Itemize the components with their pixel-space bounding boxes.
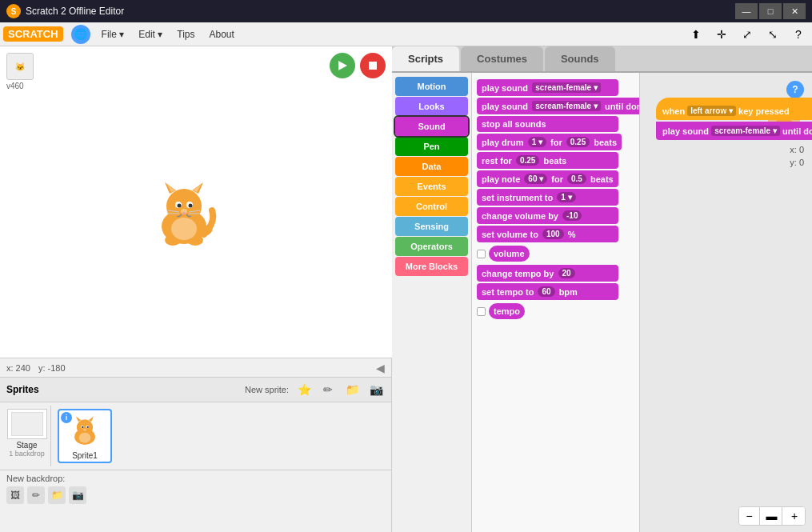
categories-panel: Motion Looks Sound Pen Data Events Contr…: [392, 73, 472, 532]
block-change-volume[interactable]: change volume by -10: [477, 207, 618, 224]
y-value: -180: [47, 363, 65, 373]
ws-block-when-key[interactable]: when left arrow ▾ key pressed: [656, 98, 812, 120]
blocks-palette: play sound scream-female ▾ play sound sc…: [472, 73, 640, 532]
add-icon[interactable]: ✛: [711, 24, 732, 45]
menu-about[interactable]: About: [203, 26, 241, 43]
block-volume-reporter[interactable]: volume: [489, 246, 530, 262]
zoom-reset-button[interactable]: ▬: [762, 507, 782, 525]
block-play-note[interactable]: play note 60 ▾ for 0.5 beats: [477, 170, 618, 187]
svg-text:S: S: [11, 7, 17, 16]
new-sprite-label: New sprite:: [245, 385, 289, 394]
corner-y-label: y:: [790, 158, 797, 167]
svg-point-33: [83, 428, 86, 430]
new-sprite-paint-button[interactable]: ✏: [319, 381, 337, 398]
svg-rect-24: [11, 412, 43, 436]
new-backdrop-section: New backdrop: 🖼 ✏ 📁 📷: [0, 470, 391, 507]
svg-point-34: [79, 432, 91, 442]
coords-bar: x: 240 y: -180 ◀: [0, 358, 391, 378]
scripts-panel: Scripts Costumes Sounds Motion Looks Sou…: [392, 46, 812, 532]
zoom-in-button[interactable]: +: [784, 507, 805, 525]
fullscreen-icon[interactable]: ⤢: [737, 24, 758, 45]
block-set-tempo[interactable]: set tempo to 60 bpm: [477, 283, 618, 300]
block-set-instrument[interactable]: set instrument to 1 ▾: [477, 189, 618, 206]
backdrop-pencil-button[interactable]: ✏: [27, 486, 45, 504]
category-control[interactable]: Control: [395, 197, 468, 216]
category-sound[interactable]: Sound: [395, 117, 468, 136]
category-looks[interactable]: Looks: [395, 97, 468, 116]
stage-top-left: 🐱 v460: [6, 53, 34, 90]
stage-label: Stage: [16, 441, 37, 450]
ws-block-play-sound-until[interactable]: play sound scream-female ▾ until done: [656, 122, 812, 140]
titlebar: S Scratch 2 Offline Editor — □ ✕: [0, 0, 812, 22]
new-sprite-camera-button[interactable]: 📷: [367, 381, 385, 398]
x-coord: x: 240: [6, 363, 30, 373]
sprite-item[interactable]: i Sprite1: [58, 409, 112, 463]
svg-point-23: [171, 218, 197, 240]
help-button[interactable]: ?: [786, 81, 804, 98]
category-sensing[interactable]: Sensing: [395, 217, 468, 236]
upload-icon[interactable]: ⬆: [686, 24, 706, 45]
corner-x-coord: x: 0: [790, 145, 804, 154]
backdrop-camera-button[interactable]: 📷: [69, 486, 86, 504]
menu-file[interactable]: File ▾: [95, 26, 131, 43]
block-rest[interactable]: rest for 0.25 beats: [477, 152, 618, 169]
sprites-title: Sprites: [6, 384, 39, 395]
block-play-sound-until[interactable]: play sound scream-female ▾ until done: [477, 98, 640, 114]
new-sprite-folder-button[interactable]: 📁: [343, 381, 361, 398]
svg-rect-3: [369, 62, 377, 70]
titlebar-title: Scratch 2 Offline Editor: [26, 6, 124, 17]
block-change-tempo[interactable]: change tempo by 20: [477, 265, 618, 282]
tempo-checkbox[interactable]: [477, 307, 486, 316]
block-stop-sounds[interactable]: stop all sounds: [477, 116, 618, 132]
zoom-controls: − ▬ +: [738, 506, 806, 526]
resize-icon[interactable]: ◀: [376, 362, 385, 374]
category-operators[interactable]: Operators: [395, 237, 468, 256]
menu-edit[interactable]: Edit ▾: [132, 26, 169, 43]
tab-scripts[interactable]: Scripts: [392, 46, 459, 71]
stage-backdrop-thumb[interactable]: [7, 409, 47, 439]
cat-sprite: [144, 174, 224, 254]
sprite-info-badge[interactable]: i: [61, 412, 72, 423]
block-set-volume[interactable]: set volume to 100 %: [477, 226, 618, 242]
block-tempo-reporter[interactable]: tempo: [489, 303, 525, 319]
main-layout: 🐱 v460: [0, 46, 812, 532]
corner-x-label: x:: [790, 145, 797, 154]
blocks-area: Motion Looks Sound Pen Data Events Contr…: [392, 73, 812, 532]
stage-controls: [330, 53, 386, 78]
backdrop-paint-button[interactable]: 🖼: [6, 486, 24, 504]
category-pen[interactable]: Pen: [395, 137, 468, 156]
stop-button[interactable]: [360, 53, 386, 78]
stage-panel: 🐱 v460: [0, 46, 392, 532]
sprites-content: Stage 1 backdrop i: [0, 402, 391, 470]
stage-sublabel: 1 backdrop: [9, 450, 45, 458]
category-events[interactable]: Events: [395, 177, 468, 196]
stage-canvas[interactable]: 🐱 v460: [0, 46, 392, 358]
help-icon[interactable]: ?: [788, 24, 809, 45]
green-flag-button[interactable]: [330, 53, 355, 78]
svg-point-12: [178, 204, 182, 208]
volume-checkbox[interactable]: [477, 250, 486, 258]
sprites-list: i Sprite1: [54, 406, 388, 466]
new-sprite-star-button[interactable]: ⭐: [295, 381, 313, 398]
block-play-drum[interactable]: play drum 1 ▾ for 0.25 beats: [477, 134, 622, 150]
stage-thumb-sprite: 🐱: [6, 53, 34, 80]
x-label: x:: [6, 363, 14, 373]
script-workspace[interactable]: ? x: 0: [640, 73, 812, 532]
category-motion[interactable]: Motion: [395, 77, 468, 96]
category-data[interactable]: Data: [395, 157, 468, 176]
globe-icon[interactable]: 🌐: [71, 25, 90, 44]
block-play-sound[interactable]: play sound scream-female ▾: [477, 79, 618, 96]
category-moreblocks[interactable]: More Blocks: [395, 257, 468, 276]
shrink-icon[interactable]: ⤡: [762, 24, 783, 45]
backdrop-folder-button[interactable]: 📁: [48, 486, 66, 504]
maximize-button[interactable]: □: [759, 3, 782, 19]
sprites-header: Sprites New sprite: ⭐ ✏ 📁 📷: [0, 378, 391, 402]
tab-costumes[interactable]: Costumes: [461, 46, 543, 71]
toolbar-icons: ⬆ ✛ ⤢ ⤡ ?: [686, 24, 809, 45]
minimize-button[interactable]: —: [735, 3, 758, 19]
menu-tips[interactable]: Tips: [170, 26, 201, 43]
close-button[interactable]: ✕: [783, 3, 806, 19]
zoom-out-button[interactable]: −: [739, 507, 760, 525]
svg-point-13: [189, 204, 193, 208]
tab-sounds[interactable]: Sounds: [545, 46, 615, 71]
